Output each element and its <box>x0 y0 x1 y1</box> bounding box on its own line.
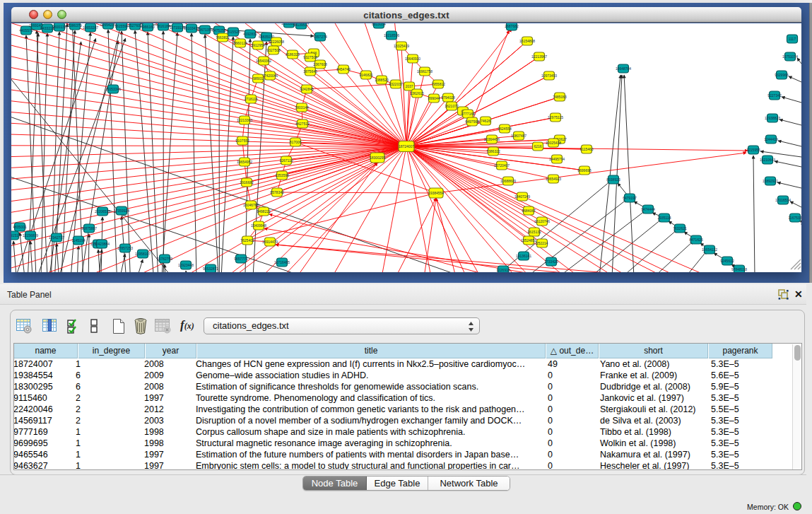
svg-text:7803144: 7803144 <box>295 105 309 110</box>
svg-text:39151: 39151 <box>11 233 18 238</box>
svg-text:8471626: 8471626 <box>689 238 703 242</box>
svg-text:7955812: 7955812 <box>431 82 445 86</box>
svg-text:17016534: 17016534 <box>775 198 791 202</box>
svg-text:12923448: 12923448 <box>178 263 194 267</box>
svg-text:1733426: 1733426 <box>544 259 558 264</box>
svg-text:20053346: 20053346 <box>105 87 121 91</box>
svg-text:2367608: 2367608 <box>313 62 327 66</box>
svg-text:8578342: 8578342 <box>270 190 284 194</box>
svg-text:10973493: 10973493 <box>541 74 557 78</box>
svg-text:96532871: 96532871 <box>203 267 218 271</box>
svg-text:9329966: 9329966 <box>775 73 789 77</box>
svg-text:1615594: 1615594 <box>114 24 129 28</box>
svg-text:7663822: 7663822 <box>216 35 230 40</box>
svg-text:1615132: 1615132 <box>527 230 541 234</box>
svg-text:12226058: 12226058 <box>269 40 284 44</box>
svg-text:90875887: 90875887 <box>81 226 97 230</box>
svg-text:9498222: 9498222 <box>257 209 271 214</box>
svg-text:12156809: 12156809 <box>23 233 38 238</box>
svg-text:7816184: 7816184 <box>156 24 170 28</box>
svg-text:14136141: 14136141 <box>516 254 531 258</box>
svg-text:12942737: 12942737 <box>49 235 64 240</box>
svg-text:9794028: 9794028 <box>441 95 455 100</box>
svg-text:6966160: 6966160 <box>141 25 155 29</box>
svg-text:1226916: 1226916 <box>496 268 510 272</box>
svg-text:3215955: 3215955 <box>746 148 760 152</box>
svg-text:97848018: 97848018 <box>731 267 747 271</box>
svg-text:72423884: 72423884 <box>94 242 110 246</box>
svg-text:9245612: 9245612 <box>720 259 734 263</box>
svg-text:17359924: 17359924 <box>114 209 129 213</box>
svg-text:15716485: 15716485 <box>274 260 290 264</box>
svg-text:7485063: 7485063 <box>553 95 567 99</box>
svg-text:6216: 6216 <box>534 144 541 148</box>
svg-text:4835001: 4835001 <box>13 225 27 229</box>
svg-text:10025438: 10025438 <box>546 141 561 145</box>
svg-text:10653287: 10653287 <box>83 25 98 30</box>
svg-text:9227342: 9227342 <box>767 93 782 98</box>
svg-text:10688609: 10688609 <box>500 179 516 183</box>
svg-text:10654112: 10654112 <box>702 247 717 252</box>
svg-text:17857253: 17857253 <box>117 246 133 250</box>
svg-text:16961758: 16961758 <box>417 69 433 74</box>
svg-text:12975115: 12975115 <box>548 115 563 119</box>
svg-text:9115460: 9115460 <box>579 147 593 151</box>
svg-text:7632621: 7632621 <box>673 226 687 230</box>
svg-text:7515526: 7515526 <box>226 30 240 34</box>
svg-text:27420046: 27420046 <box>262 74 278 78</box>
svg-text:4405572: 4405572 <box>19 28 33 33</box>
svg-text:15892921: 15892921 <box>763 179 778 183</box>
svg-text:3267110: 3267110 <box>279 158 293 163</box>
svg-text:9600133: 9600133 <box>52 25 66 29</box>
svg-text:12938823: 12938823 <box>765 116 780 120</box>
svg-text:8660124: 8660124 <box>233 41 247 45</box>
svg-text:899044: 899044 <box>428 96 440 100</box>
svg-text:8454749: 8454749 <box>336 67 351 71</box>
svg-text:6475255: 6475255 <box>212 28 226 33</box>
svg-text:20206538: 20206538 <box>95 209 110 214</box>
svg-text:1388520: 1388520 <box>375 78 389 82</box>
svg-text:16648784: 16648784 <box>616 66 631 71</box>
svg-text:9684067: 9684067 <box>522 209 536 213</box>
svg-text:8386379: 8386379 <box>68 23 82 28</box>
svg-text:19218506: 19218506 <box>384 33 399 37</box>
svg-text:6479197: 6479197 <box>623 196 637 200</box>
svg-text:9474444: 9474444 <box>641 207 655 211</box>
svg-text:8813054: 8813054 <box>372 23 386 26</box>
svg-text:817006: 817006 <box>290 140 302 144</box>
svg-text:9327508: 9327508 <box>303 55 317 59</box>
svg-text:12213363: 12213363 <box>237 118 252 122</box>
svg-text:1117: 1117 <box>789 37 796 41</box>
svg-text:2935114: 2935114 <box>657 216 671 220</box>
svg-text:16120746: 16120746 <box>534 219 550 223</box>
svg-text:1145194: 1145194 <box>71 238 85 243</box>
svg-text:3912954: 3912954 <box>251 43 265 47</box>
svg-text:9146821: 9146821 <box>359 73 373 77</box>
svg-text:1527602: 1527602 <box>128 23 142 28</box>
svg-text:02654235: 02654235 <box>100 23 116 27</box>
svg-text:4192832: 4192832 <box>243 32 257 36</box>
svg-text:15751074: 15751074 <box>782 54 798 59</box>
svg-text:1916682: 1916682 <box>240 180 254 185</box>
svg-text:19384554: 19384554 <box>428 191 444 195</box>
svg-text:13325419: 13325419 <box>394 44 409 48</box>
svg-text:8427512: 8427512 <box>295 122 310 126</box>
svg-text:14495794: 14495794 <box>549 157 565 161</box>
svg-text:9327508: 9327508 <box>266 48 281 52</box>
svg-text:16154808: 16154808 <box>519 39 535 43</box>
svg-text:16046768: 16046768 <box>243 203 259 207</box>
svg-text:3624554: 3624554 <box>498 127 512 131</box>
svg-text:252214: 252214 <box>536 241 548 245</box>
svg-text:2687682: 2687682 <box>505 24 519 28</box>
svg-text:10671355: 10671355 <box>197 28 213 32</box>
svg-text:15640910: 15640910 <box>405 57 420 61</box>
svg-text:74626: 74626 <box>481 119 490 123</box>
svg-text:16543362: 16543362 <box>256 59 271 63</box>
svg-text:6497568: 6497568 <box>465 119 479 124</box>
svg-text:16782759: 16782759 <box>157 257 172 261</box>
svg-text:7386322: 7386322 <box>486 149 500 153</box>
svg-text:13524851: 13524851 <box>521 238 536 243</box>
svg-text:16914479: 16914479 <box>262 240 278 244</box>
svg-text:10958107: 10958107 <box>135 252 151 256</box>
svg-text:8938923: 8938923 <box>606 177 620 182</box>
